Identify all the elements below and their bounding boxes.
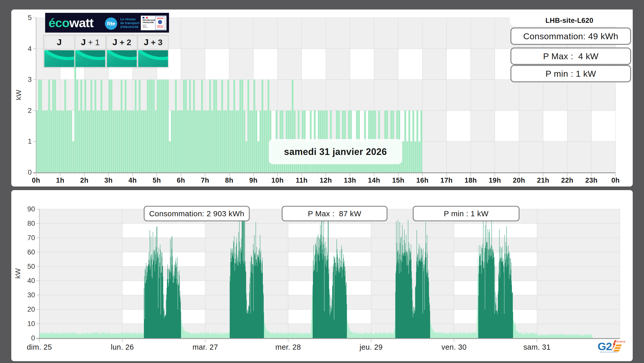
- svg-text:90: 90: [27, 205, 35, 213]
- svg-text:5: 5: [28, 14, 32, 22]
- svg-text:12h: 12h: [320, 176, 332, 184]
- svg-text:22h: 22h: [561, 176, 573, 184]
- svg-text:40: 40: [27, 277, 35, 284]
- svg-text:0h: 0h: [611, 176, 620, 184]
- svg-text:0: 0: [31, 334, 35, 342]
- svg-text:2h: 2h: [80, 176, 89, 184]
- svg-text:dim. 25: dim. 25: [27, 343, 52, 351]
- svg-text:0: 0: [28, 169, 32, 176]
- svg-text:1h: 1h: [56, 176, 64, 184]
- svg-text:11h: 11h: [296, 176, 308, 184]
- svg-text:Consommation: 2 903 kWh: Consommation: 2 903 kWh: [149, 209, 244, 218]
- svg-text:10: 10: [27, 320, 35, 328]
- svg-text:lun. 26: lun. 26: [111, 343, 134, 351]
- svg-text:80: 80: [27, 220, 35, 227]
- svg-text:mer. 28: mer. 28: [275, 343, 301, 351]
- svg-text:50: 50: [27, 263, 35, 270]
- svg-text:P min : 1 kW: P min : 1 kW: [546, 69, 596, 79]
- svg-text:kW: kW: [15, 90, 23, 100]
- svg-text:kW: kW: [14, 268, 22, 279]
- svg-text:P Max : 4 kW: P Max : 4 kW: [543, 51, 598, 61]
- svg-text:5h: 5h: [153, 176, 161, 184]
- svg-text:ven. 30: ven. 30: [441, 343, 467, 351]
- svg-text:8h: 8h: [225, 176, 233, 184]
- svg-text:0h: 0h: [32, 176, 40, 184]
- svg-text:20h: 20h: [513, 176, 525, 184]
- svg-text:13h: 13h: [344, 176, 356, 184]
- svg-text:60: 60: [27, 248, 35, 256]
- svg-text:23h: 23h: [585, 176, 598, 184]
- svg-text:4: 4: [28, 45, 32, 53]
- svg-text:30: 30: [27, 291, 35, 299]
- svg-text:LHB-site-L620: LHB-site-L620: [546, 17, 593, 24]
- svg-text:P min : 1 kW: P min : 1 kW: [444, 209, 489, 218]
- svg-text:21h: 21h: [537, 176, 549, 184]
- svg-text:6h: 6h: [177, 176, 185, 184]
- svg-text:Consommation: 49 kWh: Consommation: 49 kWh: [523, 31, 618, 41]
- svg-text:15h: 15h: [392, 176, 404, 184]
- svg-text:4h: 4h: [128, 176, 137, 184]
- svg-text:samedi 31 janvier 2026: samedi 31 janvier 2026: [284, 146, 387, 157]
- svg-text:3h: 3h: [104, 176, 113, 184]
- svg-text:jeu. 29: jeu. 29: [359, 343, 383, 351]
- svg-text:70: 70: [27, 234, 35, 242]
- svg-text:2: 2: [28, 107, 32, 114]
- svg-text:sam. 31: sam. 31: [523, 343, 551, 351]
- svg-text:7h: 7h: [201, 176, 209, 184]
- svg-text:9h: 9h: [249, 176, 258, 184]
- svg-text:17h: 17h: [440, 176, 453, 184]
- svg-text:P Max : 87 kW: P Max : 87 kW: [308, 209, 361, 218]
- svg-text:14h: 14h: [368, 176, 380, 184]
- svg-text:16h: 16h: [416, 176, 429, 184]
- svg-text:20: 20: [27, 306, 35, 313]
- svg-text:3: 3: [28, 76, 32, 83]
- svg-text:1: 1: [28, 138, 32, 145]
- svg-text:18h: 18h: [464, 176, 477, 184]
- svg-text:mar. 27: mar. 27: [192, 343, 218, 351]
- svg-text:10h: 10h: [271, 176, 284, 184]
- svg-text:19h: 19h: [489, 176, 501, 184]
